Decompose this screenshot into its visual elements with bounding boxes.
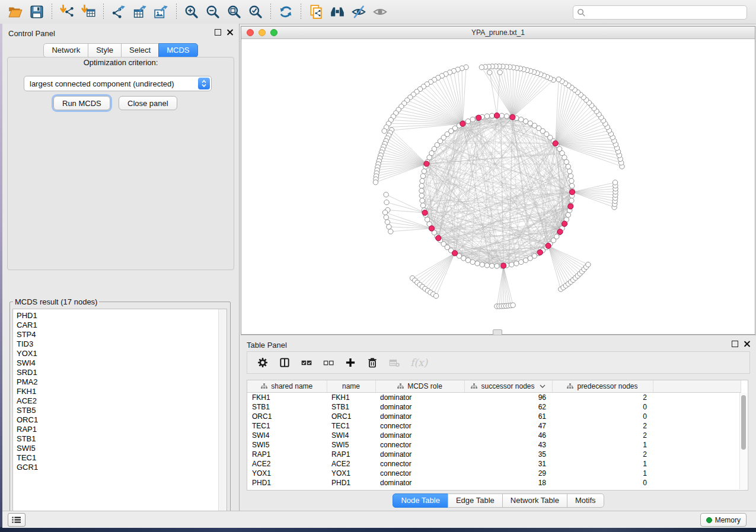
table-cell[interactable]: 0 [552, 402, 653, 412]
table-cell[interactable]: 2 [552, 393, 653, 403]
table-cell[interactable]: 2 [552, 431, 653, 440]
delete-column-button[interactable] [366, 357, 378, 368]
table-cell[interactable]: 1 [552, 469, 653, 478]
close-panel-button[interactable]: Close panel [119, 96, 177, 110]
mcds-result-item[interactable]: ACE2 [17, 396, 227, 406]
float-table-panel-icon[interactable] [732, 341, 738, 347]
table-row[interactable]: ACE2ACE2connector311 [247, 459, 741, 469]
table-row[interactable]: STB1STB1dominator620 [247, 402, 741, 412]
mcds-result-item[interactable]: PMA2 [17, 377, 227, 387]
table-cell[interactable]: STB1 [247, 402, 327, 412]
table-row[interactable]: PHD1PHD1dominator180 [247, 478, 741, 488]
column-header-successor-nodes[interactable]: successor nodes [464, 380, 552, 393]
table-cell[interactable]: SWI5 [327, 440, 375, 450]
table-cell[interactable]: 18 [464, 478, 552, 488]
table-cell[interactable]: PHD1 [247, 478, 327, 488]
column-header-shared-name[interactable]: shared name [247, 380, 327, 393]
table-cell[interactable]: 43 [464, 440, 552, 450]
import-table-button[interactable] [78, 2, 98, 21]
mcds-result-item[interactable]: RAP1 [17, 425, 227, 434]
table-cell[interactable]: dominator [375, 402, 464, 412]
hide-selected-button[interactable] [349, 2, 369, 21]
table-cell[interactable]: 29 [464, 469, 552, 478]
table-cell[interactable]: 1 [552, 440, 653, 450]
close-table-panel-icon[interactable] [744, 341, 750, 347]
table-cell[interactable]: dominator [375, 450, 464, 459]
table-cell[interactable]: 0 [552, 412, 653, 421]
table-scrollbar[interactable] [739, 393, 747, 489]
mcds-result-item[interactable]: CAR1 [17, 321, 227, 330]
table-cell[interactable]: TEC1 [247, 421, 327, 431]
table-row[interactable]: FKH1FKH1dominator962 [247, 393, 741, 403]
zoom-selected-button[interactable] [245, 2, 266, 21]
table-row[interactable]: TEC1TEC1connector472 [247, 421, 741, 431]
find-neighbors-button[interactable] [327, 2, 347, 21]
select-all-button[interactable] [301, 357, 312, 368]
import-network-button[interactable] [57, 2, 77, 21]
table-cell[interactable]: YOX1 [247, 469, 327, 478]
table-cell[interactable]: ACE2 [327, 459, 375, 469]
table-cell[interactable]: connector [375, 440, 464, 450]
table-cell[interactable]: 47 [464, 421, 552, 431]
mcds-result-item[interactable]: SRD1 [17, 368, 227, 377]
table-cell[interactable]: connector [375, 469, 464, 478]
mcds-result-item[interactable]: GCR1 [17, 463, 227, 472]
node-data-table[interactable]: shared namenameMCDS rolesuccessor nodesp… [247, 380, 741, 488]
column-header-MCDS-role[interactable]: MCDS role [375, 380, 464, 393]
export-table-button[interactable] [130, 2, 150, 21]
task-history-button[interactable] [8, 513, 25, 527]
tab-style[interactable]: Style [88, 43, 122, 57]
mcds-result-item[interactable]: FKH1 [17, 387, 227, 396]
table-scrollbar-thumb[interactable] [741, 395, 746, 450]
mcds-list-scrollbar[interactable] [218, 309, 227, 515]
close-panel-icon[interactable] [227, 29, 233, 36]
table-cell[interactable]: STB1 [327, 402, 375, 412]
table-cell[interactable]: dominator [375, 431, 464, 440]
memory-button[interactable]: Memory [700, 513, 747, 527]
tab-edge-table[interactable]: Edge Table [448, 493, 503, 508]
table-row[interactable]: SWI5SWI5connector431 [247, 440, 741, 450]
column-layout-button[interactable] [279, 357, 291, 368]
mcds-result-item[interactable]: TID3 [17, 339, 227, 349]
open-file-button[interactable] [5, 2, 25, 21]
table-settings-gear-button[interactable] [257, 357, 269, 368]
column-header-predecessor-nodes[interactable]: predecessor nodes [552, 380, 653, 393]
table-cell[interactable]: 96 [464, 393, 552, 403]
table-cell[interactable]: dominator [375, 393, 464, 403]
export-network-button[interactable] [109, 2, 129, 21]
table-cell[interactable]: 2 [552, 421, 653, 431]
mcds-result-item[interactable]: TEC1 [17, 453, 227, 463]
table-cell[interactable]: connector [375, 459, 464, 469]
export-image-button[interactable] [151, 2, 171, 21]
zoom-fit-button[interactable] [224, 2, 244, 21]
add-column-button[interactable] [344, 357, 356, 368]
table-cell[interactable]: FKH1 [327, 393, 375, 403]
mcds-result-item[interactable]: STP4 [17, 330, 227, 339]
column-header-name[interactable]: name [327, 380, 375, 393]
tab-network[interactable]: Network [43, 43, 88, 57]
table-row[interactable]: RAP1RAP1dominator352 [247, 450, 741, 459]
network-window-titlebar[interactable]: YPA_prune.txt_1 [241, 27, 755, 39]
float-panel-icon[interactable] [215, 29, 221, 36]
table-cell[interactable]: SWI5 [247, 440, 327, 450]
run-mcds-button[interactable]: Run MCDS [53, 96, 110, 110]
table-cell[interactable]: 61 [464, 412, 552, 421]
table-cell[interactable]: RAP1 [327, 450, 375, 459]
table-cell[interactable]: connector [375, 421, 464, 431]
apply-layout-button[interactable] [276, 2, 296, 21]
mcds-result-item[interactable]: STB5 [17, 406, 227, 415]
show-all-button[interactable] [370, 2, 390, 21]
tab-select[interactable]: Select [121, 43, 159, 57]
table-row[interactable]: ORC1ORC1dominator610 [247, 412, 741, 421]
table-cell[interactable]: 2 [552, 450, 653, 459]
table-cell[interactable]: 62 [464, 402, 552, 412]
table-cell[interactable]: 31 [464, 459, 552, 469]
network-canvas[interactable] [241, 39, 755, 334]
clone-network-button[interactable] [306, 2, 326, 21]
mcds-result-item[interactable]: ORC1 [17, 415, 227, 425]
table-cell[interactable]: 35 [464, 450, 552, 459]
zoom-out-button[interactable] [203, 2, 223, 21]
table-cell[interactable]: TEC1 [327, 421, 375, 431]
table-cell[interactable]: YOX1 [327, 469, 375, 478]
table-cell[interactable]: ACE2 [247, 459, 327, 469]
